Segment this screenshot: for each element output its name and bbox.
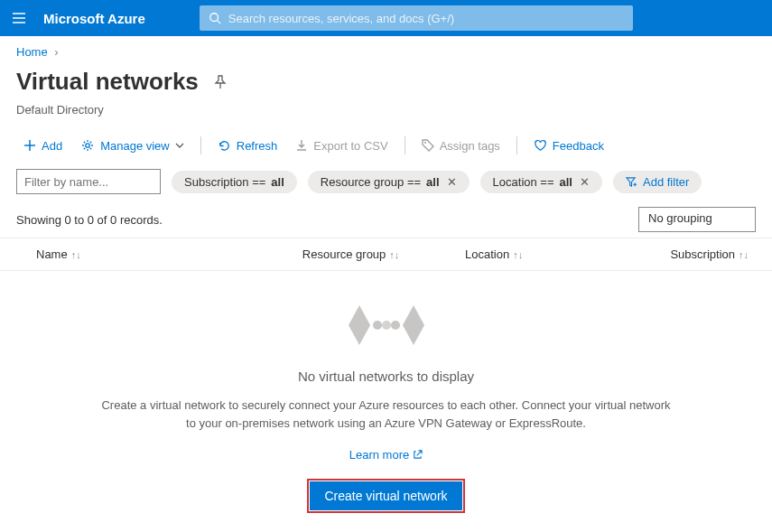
- page-subtitle: Default Directory: [0, 103, 772, 129]
- close-icon[interactable]: ✕: [447, 175, 457, 189]
- svg-point-4: [373, 321, 382, 330]
- add-button[interactable]: Add: [16, 135, 70, 156]
- page-title: Virtual networks: [16, 68, 199, 96]
- pin-icon[interactable]: [213, 75, 228, 89]
- plus-icon: [23, 139, 36, 152]
- svg-line-1: [217, 21, 220, 24]
- command-bar: Add Manage view Refresh Export to CSV As…: [0, 129, 772, 162]
- sort-icon: ↑↓: [71, 249, 81, 260]
- empty-description: Create a virtual network to securely con…: [98, 397, 675, 432]
- search-input[interactable]: [228, 12, 624, 25]
- empty-state: No virtual networks to display Create a …: [0, 271, 772, 528]
- svg-point-6: [391, 321, 400, 330]
- cmd-separator: [200, 136, 201, 154]
- col-subscription[interactable]: Subscription↑↓: [613, 247, 749, 261]
- breadcrumb-home[interactable]: Home: [16, 45, 48, 59]
- manage-view-button[interactable]: Manage view: [73, 135, 191, 156]
- table-header: Name↑↓ Resource group↑↓ Location↑↓ Subsc…: [0, 238, 772, 271]
- svg-point-2: [86, 144, 89, 147]
- filter-resource-group[interactable]: Resource group == all ✕: [308, 171, 470, 193]
- col-resource-group[interactable]: Resource group↑↓: [302, 247, 465, 261]
- learn-more-link[interactable]: Learn more: [349, 448, 423, 462]
- grouping-select[interactable]: No grouping: [638, 207, 756, 232]
- chevron-down-icon: [175, 141, 184, 150]
- empty-title: No virtual networks to display: [36, 369, 736, 384]
- close-icon[interactable]: ✕: [580, 175, 590, 189]
- breadcrumb-sep: ›: [54, 45, 58, 59]
- brand-label: Microsoft Azure: [43, 11, 145, 26]
- external-link-icon: [413, 450, 423, 460]
- cmd-separator: [405, 136, 405, 154]
- assign-tags-button: Assign tags: [414, 135, 507, 156]
- create-virtual-network-button[interactable]: Create virtual network: [310, 481, 461, 510]
- heart-icon: [534, 139, 547, 153]
- refresh-button[interactable]: Refresh: [210, 135, 285, 156]
- record-count: Showing 0 to 0 of 0 records.: [16, 213, 163, 227]
- svg-point-3: [424, 142, 426, 144]
- cmd-separator: [516, 136, 517, 154]
- export-csv-button: Export to CSV: [288, 135, 395, 156]
- filter-name-input[interactable]: [16, 169, 161, 194]
- filter-bar: Subscription == all Resource group == al…: [0, 162, 772, 201]
- breadcrumb: Home ›: [0, 36, 772, 64]
- feedback-button[interactable]: Feedback: [526, 135, 611, 156]
- download-icon: [295, 139, 308, 152]
- gear-icon: [80, 138, 95, 153]
- svg-point-5: [382, 321, 391, 330]
- filter-plus-icon: [626, 176, 637, 188]
- sort-icon: ↑↓: [513, 249, 523, 260]
- sort-icon: ↑↓: [739, 249, 749, 260]
- sort-icon: ↑↓: [389, 249, 399, 260]
- col-name[interactable]: Name↑↓: [36, 247, 302, 261]
- network-icon: [36, 298, 736, 352]
- add-filter-button[interactable]: Add filter: [613, 171, 702, 193]
- filter-subscription[interactable]: Subscription == all: [172, 171, 297, 193]
- search-icon: [209, 12, 221, 24]
- filter-location[interactable]: Location == all ✕: [480, 171, 602, 193]
- tag-icon: [422, 139, 434, 152]
- hamburger-icon[interactable]: [11, 10, 27, 26]
- svg-point-0: [210, 14, 219, 22]
- col-location[interactable]: Location↑↓: [465, 247, 613, 261]
- refresh-icon: [218, 139, 231, 153]
- search-box[interactable]: [200, 5, 633, 31]
